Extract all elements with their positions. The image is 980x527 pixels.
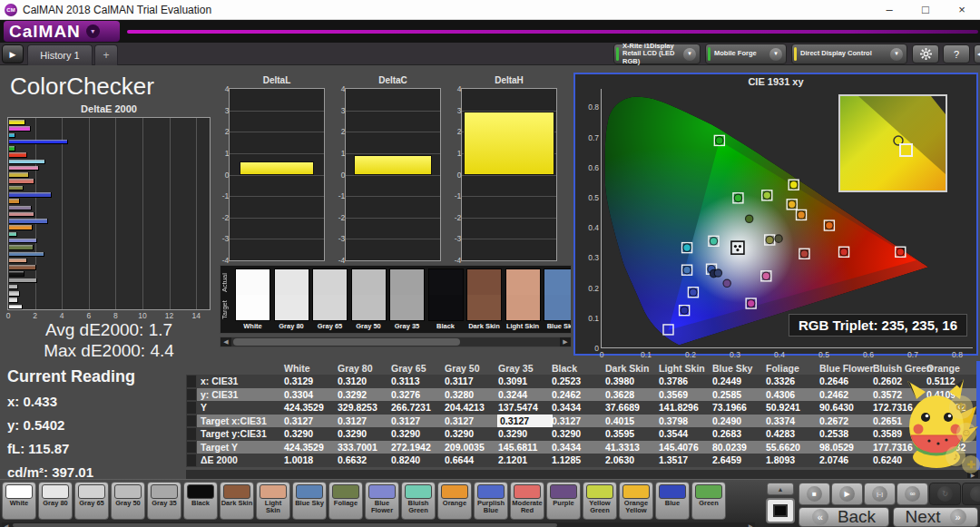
table-cell[interactable]: 0.2462 (552, 389, 605, 400)
table-cell[interactable]: 0.3127 (338, 415, 391, 426)
play-button[interactable]: ▶ (831, 483, 863, 505)
source-dropdown-icon[interactable]: ▾ (769, 48, 782, 61)
patch-button-moderate-red[interactable]: Moderate Red (510, 482, 544, 520)
table-cell[interactable]: 0.3569 (659, 389, 712, 400)
table-cell[interactable]: 73.1966 (712, 402, 766, 413)
strip-scroll-right-icon[interactable]: ▶ (560, 337, 571, 346)
table-cell[interactable]: 0.3290 (445, 428, 498, 439)
loop-button[interactable]: ∞ (897, 483, 928, 505)
help-button[interactable]: ? (943, 44, 970, 63)
patch-button-foliage[interactable]: Foliage (328, 482, 363, 520)
table-cell[interactable]: 0.3276 (391, 389, 445, 400)
table-cell[interactable]: 172.7316 (873, 402, 926, 413)
tab-history-1[interactable]: History 1 (27, 44, 93, 65)
table-cell[interactable]: 204.4213 (445, 402, 498, 413)
table-cell[interactable]: 0.2651 (873, 415, 926, 426)
logo-dropdown-icon[interactable]: ▾ (86, 24, 100, 38)
toolbar-scrollbar[interactable]: ◀ ▶ (2, 522, 755, 527)
table-cell[interactable]: 2.6459 (712, 454, 766, 465)
table-cell[interactable]: 177.7316 (873, 442, 926, 453)
patch-button-gray-50[interactable]: Gray 50 (111, 482, 145, 520)
table-cell[interactable]: 0.8240 (391, 454, 445, 465)
refresh-button[interactable]: ↻ (929, 483, 961, 505)
table-cell[interactable]: 0.3290 (498, 428, 552, 439)
strip-patch-gray-80[interactable]: Gray 80 (274, 268, 309, 330)
patch-button-gray-80[interactable]: Gray 80 (38, 482, 73, 520)
table-scrollbar[interactable]: ▶ (186, 470, 980, 479)
table-cell[interactable]: 0.3127 (284, 415, 338, 426)
patch-button-blue-sky[interactable]: Blue Sky (292, 482, 327, 520)
display-control-dropdown-icon[interactable]: ▾ (890, 48, 903, 61)
table-cell[interactable]: 0.3290 (284, 428, 338, 439)
patch-button-gray-35[interactable]: Gray 35 (147, 482, 181, 520)
next-button[interactable]: Next » (893, 507, 978, 527)
calman-logo[interactable]: CalMAN ▾ (4, 21, 120, 42)
table-cell[interactable]: 0.2602 (873, 376, 926, 386)
toolbar-scroll-right-icon[interactable]: ▶ (746, 522, 755, 527)
toolbar-scroll-left-icon[interactable]: ◀ (2, 522, 11, 527)
table-cell[interactable]: 0.2462 (819, 389, 873, 400)
table-cell[interactable]: 80.0239 (712, 442, 766, 453)
strip-patch-blue-sky[interactable]: Blue Sky (544, 268, 572, 330)
patch-button-bluish-green[interactable]: Bluish Green (401, 482, 436, 520)
table-cell[interactable]: 0.3628 (605, 389, 659, 400)
table-cell[interactable]: 0.3292 (338, 389, 391, 400)
strip-scroll-thumb[interactable] (233, 338, 460, 346)
strip-patch-gray-35[interactable]: Gray 35 (389, 268, 425, 330)
table-cell[interactable]: 0.4015 (605, 415, 659, 426)
table-cell[interactable]: 424.3529 (284, 442, 338, 453)
table-cell[interactable]: 272.1942 (391, 442, 445, 453)
table-cell[interactable]: 0.3244 (498, 389, 552, 400)
table-cell[interactable]: 0.2585 (712, 389, 766, 400)
table-cell[interactable]: 50.9241 (766, 402, 819, 413)
row-gutter[interactable] (186, 427, 197, 441)
tab-scroll-button[interactable]: ▶ (2, 44, 24, 63)
strip-patch-dark-skin[interactable]: Dark Skin (466, 268, 502, 330)
stop-button[interactable]: ■ (799, 483, 830, 505)
table-cell[interactable]: 1.3517 (659, 454, 712, 465)
table-cell[interactable]: 0.2646 (819, 376, 873, 386)
table-cell[interactable]: 0.6240 (873, 454, 926, 465)
table-cell[interactable]: 0.3091 (498, 376, 552, 386)
row-gutter[interactable] (186, 401, 197, 415)
table-cell[interactable]: 0.3113 (391, 376, 445, 386)
table-cell[interactable]: 0.3595 (605, 428, 659, 439)
table-cell[interactable]: 424.3529 (284, 402, 338, 413)
table-cell[interactable]: 0.3280 (445, 389, 498, 400)
table-cell[interactable]: 2.0630 (605, 454, 659, 465)
patch-button-blue[interactable]: Blue (655, 482, 690, 520)
table-cell[interactable]: 0.2538 (819, 428, 873, 439)
patch-button-white[interactable]: White (2, 482, 36, 520)
table-cell[interactable]: 0.3589 (873, 428, 926, 439)
table-cell[interactable]: 209.0035 (445, 442, 498, 453)
strip-scroll-left-icon[interactable]: ◀ (220, 337, 231, 346)
table-cell[interactable]: 0.3434 (552, 402, 605, 413)
table-cell[interactable]: 37.6689 (605, 402, 659, 413)
patch-button-dark-skin[interactable]: Dark Skin (220, 482, 254, 520)
row-gutter[interactable] (186, 388, 197, 402)
table-cell[interactable]: 0.3434 (552, 442, 605, 453)
row-gutter[interactable] (186, 415, 197, 428)
table-cell[interactable]: 1.0018 (284, 454, 338, 465)
table-cell[interactable]: 0.2490 (712, 415, 766, 426)
pattern-window-button[interactable] (766, 498, 795, 523)
record-button[interactable] (962, 483, 980, 505)
strip-patch-gray-65[interactable]: Gray 65 (312, 268, 348, 330)
table-cell[interactable]: 0.3374 (766, 415, 819, 426)
row-gutter[interactable] (186, 375, 197, 388)
table-cell[interactable]: 0.3326 (766, 376, 819, 386)
patch-button-blue-flower[interactable]: Blue Flower (365, 482, 399, 520)
table-cell[interactable]: 141.8296 (659, 402, 712, 413)
collapse-panel-button[interactable]: ◀ (974, 44, 980, 63)
table-cell[interactable]: 0.3127 (445, 415, 498, 426)
minimize-button[interactable]: – (871, 0, 907, 19)
pattern-up-button[interactable]: ▲ (767, 483, 794, 495)
row-gutter[interactable] (186, 441, 197, 454)
strip-patch-light-skin[interactable]: Light Skin (505, 268, 541, 330)
display-control-dropdown[interactable]: Direct Display Control ▾ (791, 44, 907, 64)
back-button[interactable]: « Back (799, 507, 889, 527)
table-cell[interactable]: 90.6430 (819, 402, 873, 413)
table-cell[interactable]: 0.3117 (445, 376, 498, 386)
table-cell[interactable]: 1.8093 (766, 454, 819, 465)
patch-button-gray-65[interactable]: Gray 65 (74, 482, 109, 520)
